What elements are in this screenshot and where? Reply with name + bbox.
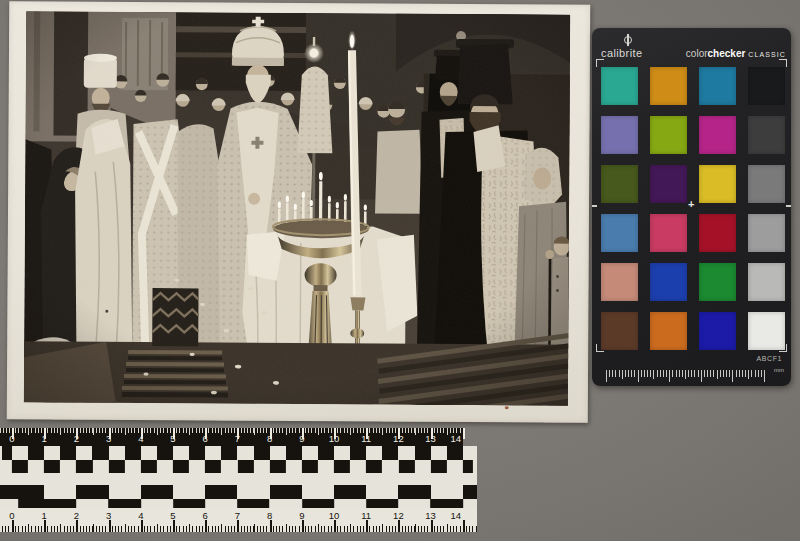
product-name: colorcheckerCLASSIC	[686, 48, 786, 59]
photographic-scale-ruler: 01234567891011121314 0123456789101112131…	[0, 428, 477, 532]
cm-tick	[12, 428, 14, 439]
card-mm-scale	[606, 370, 766, 383]
color-patch-r5c4	[748, 263, 785, 301]
mm-tick	[764, 370, 765, 382]
half-cm-tick	[350, 524, 351, 532]
mm-tick	[647, 370, 648, 377]
mm-tick	[622, 370, 623, 379]
mm-tick	[723, 370, 724, 377]
half-cm-tick	[254, 524, 255, 532]
mm-tick	[619, 370, 620, 377]
mm-tick	[713, 370, 714, 377]
mm-tick	[701, 370, 702, 382]
mm-tick	[644, 370, 645, 377]
mm-tick	[745, 370, 746, 377]
brand-name: calibrite	[601, 47, 643, 59]
cm-tick	[44, 428, 46, 439]
crop-mark-top-left	[596, 59, 604, 67]
cm-tick	[76, 428, 78, 439]
mm-tick	[650, 370, 651, 377]
color-patch-r6c4	[748, 312, 785, 350]
mm-tick	[761, 370, 762, 377]
center-mark-right	[786, 205, 791, 207]
cm-tick	[366, 520, 368, 532]
color-patch-r2c3	[699, 116, 736, 154]
cm-tick	[173, 428, 175, 439]
color-patch-r3c1	[601, 165, 638, 203]
color-patch-r4c2	[650, 214, 687, 252]
mm-tick	[739, 370, 740, 377]
product-prefix: color	[686, 48, 708, 59]
calibrite-logo-icon	[623, 34, 633, 46]
colorchecker-card: calibrite colorcheckerCLASSIC + ABCF1 mm	[592, 28, 791, 386]
cm-tick	[109, 428, 111, 439]
mm-tick	[742, 370, 743, 377]
color-patch-r1c1	[601, 67, 638, 105]
half-cm-tick	[286, 428, 287, 435]
half-cm-tick	[157, 428, 158, 435]
mm-tick	[758, 370, 759, 377]
color-patch-r2c1	[601, 116, 638, 154]
mm-tick	[669, 370, 670, 382]
color-patch-r2c4	[748, 116, 785, 154]
mm-tick	[726, 370, 727, 377]
mm-tick	[638, 370, 639, 382]
mm-tick	[666, 370, 667, 377]
half-cm-tick	[125, 428, 126, 435]
half-cm-tick	[189, 524, 190, 532]
mm-tick	[751, 370, 752, 377]
mm-tick	[641, 370, 642, 377]
cm-tick	[173, 520, 175, 532]
card-code: ABCF1	[756, 355, 782, 362]
mm-tick	[710, 370, 711, 377]
color-patch-r3c4	[748, 165, 785, 203]
mm-tick	[729, 370, 730, 377]
ruler-checker-row-2	[0, 460, 477, 474]
half-cm-tick	[93, 524, 94, 532]
ruler-top-band: 01234567891011121314	[0, 428, 463, 446]
product-suffix: CLASSIC	[748, 51, 786, 58]
cm-tick	[463, 428, 465, 439]
half-cm-tick	[318, 428, 319, 435]
mm-tick	[707, 370, 708, 377]
vignette-overlay	[24, 11, 570, 405]
half-cm-tick	[93, 428, 94, 435]
mm-tick	[628, 370, 629, 377]
half-cm-tick	[221, 428, 222, 435]
mm-tick	[682, 370, 683, 377]
color-patch-r4c3	[699, 214, 736, 252]
color-patch-r5c1	[601, 263, 638, 301]
cm-tick	[398, 428, 400, 439]
ruler-bottom-band: 01234567891011121314	[0, 508, 477, 532]
mm-tick	[606, 370, 607, 382]
cm-tick	[205, 428, 207, 439]
half-cm-tick	[60, 428, 61, 435]
mm-tick	[679, 370, 680, 377]
cm-tick	[302, 520, 304, 532]
cm-tick	[334, 520, 336, 532]
photo-speck	[505, 406, 509, 409]
half-cm-tick	[447, 524, 448, 532]
mm-tick	[748, 370, 749, 379]
half-cm-tick	[189, 428, 190, 435]
cm-tick	[141, 428, 143, 439]
half-cm-tick	[415, 524, 416, 532]
cm-tick	[237, 520, 239, 532]
color-patch-r6c1	[601, 312, 638, 350]
cm-tick	[463, 520, 465, 532]
mm-tick	[698, 370, 699, 377]
product-bold: checker	[708, 48, 746, 59]
cm-tick	[109, 520, 111, 532]
crop-mark-top-right	[779, 59, 787, 67]
mm-tick	[631, 370, 632, 377]
mm-tick	[615, 370, 616, 377]
mm-tick	[691, 370, 692, 377]
color-patch-r1c4	[748, 67, 785, 105]
ruler-white-band	[0, 473, 477, 485]
half-cm-tick	[350, 428, 351, 435]
color-patch-r1c3	[699, 67, 736, 105]
mm-tick	[612, 370, 613, 377]
photograph-print	[7, 1, 591, 423]
cm-tick	[431, 428, 433, 439]
cm-tick	[237, 428, 239, 439]
